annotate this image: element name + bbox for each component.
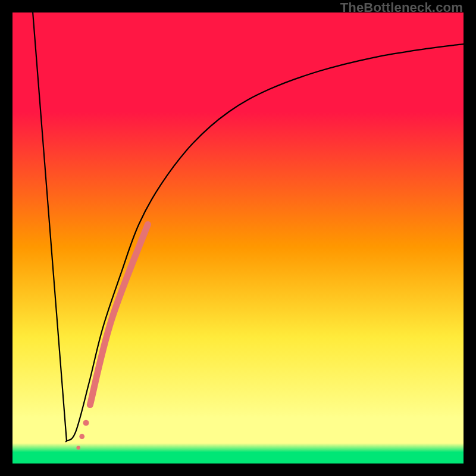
- chart-plot-area: [12, 12, 464, 464]
- highlight-dot: [83, 420, 89, 426]
- chart-container: TheBottleneck.com: [0, 0, 476, 476]
- chart-svg: [12, 12, 464, 464]
- chart-background-gradient: [12, 12, 464, 464]
- highlight-dot: [76, 446, 80, 449]
- highlight-dot: [79, 434, 84, 439]
